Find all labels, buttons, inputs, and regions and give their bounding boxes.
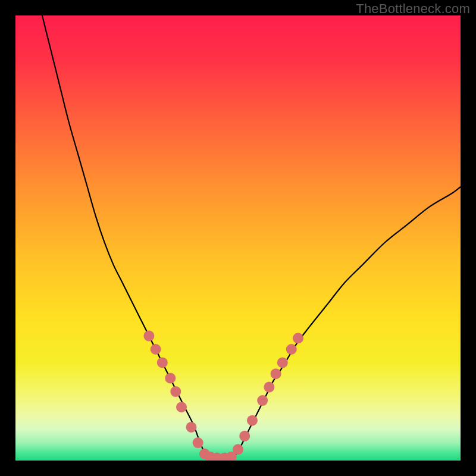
marker-dot xyxy=(186,422,196,433)
marker-dot xyxy=(239,431,250,441)
marker-dot xyxy=(143,331,154,342)
curve-right-curve xyxy=(234,187,461,458)
chart-frame: TheBottleneck.com xyxy=(0,0,476,476)
marker-dot xyxy=(151,344,161,355)
marker-dot xyxy=(157,357,168,368)
marker-dot xyxy=(277,357,288,368)
marker-dot xyxy=(233,444,243,455)
plot-area xyxy=(15,15,461,461)
marker-dot xyxy=(264,382,274,393)
watermark-text: TheBottleneck.com xyxy=(356,1,470,17)
chart-svg xyxy=(15,15,461,461)
curve-left-curve xyxy=(42,15,207,458)
marker-dot xyxy=(165,373,176,384)
marker-dot xyxy=(286,344,297,355)
marker-dot xyxy=(293,333,303,343)
marker-dot xyxy=(247,415,258,426)
marker-dot xyxy=(193,437,203,448)
marker-dot xyxy=(257,395,268,406)
marker-dot xyxy=(176,402,187,412)
marker-dot xyxy=(170,386,181,397)
marker-dot xyxy=(271,368,281,379)
